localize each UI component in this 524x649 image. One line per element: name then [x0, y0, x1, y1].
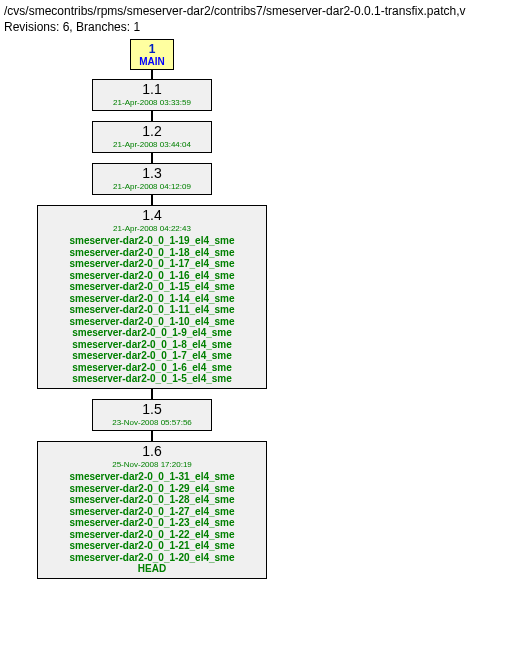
revision-tag: smeserver-dar2-0_0_1-14_el4_sme — [42, 293, 262, 305]
revision-number: 1.4 — [42, 208, 262, 223]
revision-tag: smeserver-dar2-0_0_1-27_el4_sme — [42, 506, 262, 518]
revision-box[interactable]: 1.421-Apr-2008 04:22:43smeserver-dar2-0_… — [37, 205, 267, 389]
revision-tag: smeserver-dar2-0_0_1-21_el4_sme — [42, 540, 262, 552]
revision-tag: smeserver-dar2-0_0_1-10_el4_sme — [42, 316, 262, 328]
revision-tag: smeserver-dar2-0_0_1-6_el4_sme — [42, 362, 262, 374]
branch-number: 1 — [135, 42, 169, 56]
revision-date: 21-Apr-2008 04:12:09 — [97, 183, 207, 192]
revision-tag: smeserver-dar2-0_0_1-23_el4_sme — [42, 517, 262, 529]
revision-tag: smeserver-dar2-0_0_1-29_el4_sme — [42, 483, 262, 495]
revision-tag: smeserver-dar2-0_0_1-9_el4_sme — [42, 327, 262, 339]
revision-tag: smeserver-dar2-0_0_1-18_el4_sme — [42, 247, 262, 259]
revision-number: 1.6 — [42, 444, 262, 459]
revision-tag: smeserver-dar2-0_0_1-20_el4_sme — [42, 552, 262, 564]
header: /cvs/smecontribs/rpms/smeserver-dar2/con… — [4, 4, 524, 35]
revisions-meta: Revisions: 6, Branches: 1 — [4, 20, 140, 34]
revision-tag: smeserver-dar2-0_0_1-17_el4_sme — [42, 258, 262, 270]
revision-tag: smeserver-dar2-0_0_1-19_el4_sme — [42, 235, 262, 247]
revision-box[interactable]: 1.625-Nov-2008 17:20:19smeserver-dar2-0_… — [37, 441, 267, 579]
revision-tags: smeserver-dar2-0_0_1-19_el4_smesmeserver… — [42, 235, 262, 385]
revision-tag: HEAD — [42, 563, 262, 575]
branch-label: MAIN — [135, 56, 169, 67]
revision-box[interactable]: 1.221-Apr-2008 03:44:04 — [92, 121, 212, 153]
revision-tag: smeserver-dar2-0_0_1-31_el4_sme — [42, 471, 262, 483]
connector-line — [151, 431, 153, 441]
file-path: /cvs/smecontribs/rpms/smeserver-dar2/con… — [4, 4, 465, 18]
connector-line — [151, 69, 153, 79]
revision-graph: 1MAIN1.121-Apr-2008 03:33:591.221-Apr-20… — [4, 39, 520, 589]
revision-tag: smeserver-dar2-0_0_1-28_el4_sme — [42, 494, 262, 506]
revision-tag: smeserver-dar2-0_0_1-15_el4_sme — [42, 281, 262, 293]
revision-tag: smeserver-dar2-0_0_1-5_el4_sme — [42, 373, 262, 385]
revision-date: 25-Nov-2008 17:20:19 — [42, 461, 262, 470]
connector-line — [151, 389, 153, 399]
branch-head[interactable]: 1MAIN — [130, 39, 174, 70]
revision-box[interactable]: 1.523-Nov-2008 05:57:56 — [92, 399, 212, 431]
revision-tag: smeserver-dar2-0_0_1-7_el4_sme — [42, 350, 262, 362]
connector-line — [151, 195, 153, 205]
revision-number: 1.3 — [97, 166, 207, 181]
revision-box[interactable]: 1.121-Apr-2008 03:33:59 — [92, 79, 212, 111]
revision-tags: smeserver-dar2-0_0_1-31_el4_smesmeserver… — [42, 471, 262, 575]
revision-number: 1.5 — [97, 402, 207, 417]
revision-date: 21-Apr-2008 04:22:43 — [42, 225, 262, 234]
revision-box[interactable]: 1.321-Apr-2008 04:12:09 — [92, 163, 212, 195]
revision-tag: smeserver-dar2-0_0_1-22_el4_sme — [42, 529, 262, 541]
revision-date: 21-Apr-2008 03:44:04 — [97, 141, 207, 150]
revision-date: 23-Nov-2008 05:57:56 — [97, 419, 207, 428]
revision-tag: smeserver-dar2-0_0_1-16_el4_sme — [42, 270, 262, 282]
revision-tag: smeserver-dar2-0_0_1-8_el4_sme — [42, 339, 262, 351]
connector-line — [151, 153, 153, 163]
revision-tag: smeserver-dar2-0_0_1-11_el4_sme — [42, 304, 262, 316]
revision-number: 1.2 — [97, 124, 207, 139]
revision-date: 21-Apr-2008 03:33:59 — [97, 99, 207, 108]
connector-line — [151, 111, 153, 121]
revision-number: 1.1 — [97, 82, 207, 97]
